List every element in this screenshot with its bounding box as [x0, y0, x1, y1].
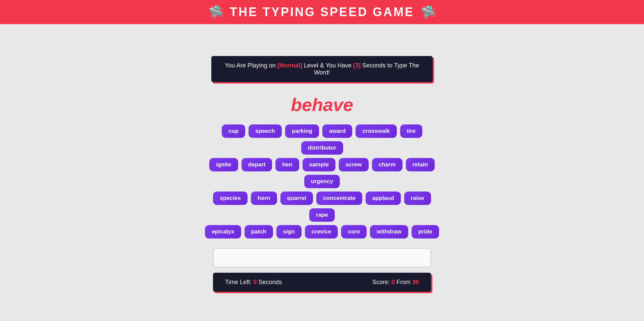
word-chip-concentrate[interactable]: concentrate — [316, 192, 362, 205]
info-text-before-level: You Are Playing on — [225, 62, 277, 69]
word-chip-speech[interactable]: speech — [249, 124, 282, 138]
word-chip-patch[interactable]: patch — [245, 225, 273, 238]
word-grid: cupspeechparkingawardcrosswalktiredistri… — [205, 124, 439, 238]
score-section: Score: 0 From 30 — [372, 279, 419, 286]
word-row-1: ignitedeparthensamplescrewcharmretainurg… — [205, 158, 439, 188]
info-text-between: Level & You Have — [302, 62, 353, 69]
word-chip-screw[interactable]: screw — [339, 158, 368, 171]
current-word: behave — [291, 94, 353, 115]
ufo-right-icon: 🛸 — [420, 5, 436, 19]
word-chip-hen[interactable]: hen — [275, 158, 299, 171]
main-content: You Are Playing on [Normal] Level & You … — [0, 24, 644, 292]
word-chip-sign[interactable]: sign — [276, 225, 302, 238]
score-bar: Time Left: 0 Seconds Score: 0 From 30 — [213, 273, 431, 292]
word-chip-raise[interactable]: raise — [404, 192, 431, 205]
score-value: 0 — [391, 279, 395, 285]
word-chip-crevice[interactable]: crevice — [305, 225, 338, 238]
info-bar: You Are Playing on [Normal] Level & You … — [211, 56, 433, 82]
typing-input-wrapper — [213, 248, 431, 267]
score-label: Score: — [372, 279, 391, 285]
level-badge: [Normal] — [277, 62, 302, 69]
word-chip-award[interactable]: award — [322, 124, 352, 138]
header: 🛸 THE TYPING SPEED GAME 🛸 — [0, 0, 644, 24]
word-chip-quarrel[interactable]: quarrel — [280, 192, 313, 205]
ufo-left-icon: 🛸 — [208, 5, 224, 19]
word-chip-crosswalk[interactable]: crosswalk — [356, 124, 396, 138]
word-chip-charm[interactable]: charm — [372, 158, 402, 171]
word-chip-epicalyx[interactable]: epicalyx — [205, 225, 241, 238]
word-row-0: cupspeechparkingawardcrosswalktiredistri… — [205, 124, 439, 155]
word-chip-pride[interactable]: pride — [412, 225, 439, 238]
word-chip-sample[interactable]: sample — [303, 158, 336, 171]
word-chip-cup[interactable]: cup — [222, 124, 245, 138]
word-chip-parking[interactable]: parking — [285, 124, 319, 138]
word-chip-urgency[interactable]: urgency — [304, 175, 340, 188]
time-left-unit: Seconds — [257, 279, 282, 285]
time-left-section: Time Left: 0 Seconds — [225, 279, 282, 286]
word-chip-applaud[interactable]: applaud — [366, 192, 401, 205]
word-chip-ignite[interactable]: ignite — [209, 158, 238, 171]
typing-input[interactable] — [213, 248, 431, 267]
page-title: THE TYPING SPEED GAME — [230, 5, 414, 19]
word-chip-tire[interactable]: tire — [400, 124, 422, 138]
word-chip-rape[interactable]: rape — [309, 208, 335, 222]
word-chip-distributor[interactable]: distributor — [301, 141, 343, 155]
word-chip-species[interactable]: species — [213, 192, 247, 205]
time-left-value: 0 — [253, 279, 257, 285]
word-row-3: epicalyxpatchsigncrevicecorewithdrawprid… — [205, 225, 439, 238]
time-left-label: Time Left: — [225, 279, 253, 285]
word-chip-depart[interactable]: depart — [241, 158, 272, 171]
word-chip-core[interactable]: core — [341, 225, 367, 238]
score-total: 30 — [412, 279, 419, 285]
word-chip-withdraw[interactable]: withdraw — [370, 225, 408, 238]
word-chip-retain[interactable]: retain — [406, 158, 435, 171]
word-chip-horn[interactable]: horn — [251, 192, 277, 205]
word-row-2: specieshornquarrelconcentrateapplaudrais… — [205, 192, 439, 222]
score-from-label: From — [395, 279, 412, 285]
seconds-badge: [3] — [353, 62, 361, 69]
